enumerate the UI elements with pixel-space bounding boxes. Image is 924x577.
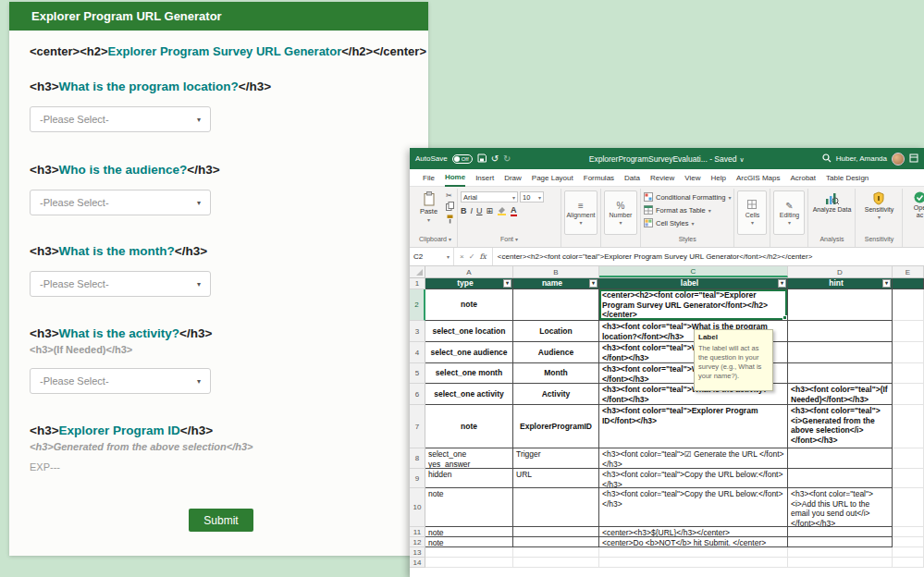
- menu-tab-data[interactable]: Data: [624, 169, 640, 187]
- menu-tab-draw[interactable]: Draw: [504, 169, 522, 187]
- copy-icon[interactable]: [446, 202, 454, 213]
- menu-tab-review[interactable]: Review: [650, 169, 674, 187]
- column-header-a[interactable]: A: [425, 266, 513, 277]
- cell-type[interactable]: note: [425, 405, 513, 448]
- cell-type[interactable]: note: [425, 537, 513, 547]
- cell-type[interactable]: hidden: [425, 469, 513, 488]
- header-cell-extra[interactable]: [893, 278, 924, 289]
- cell-type[interactable]: select_one month: [425, 363, 513, 384]
- row-header[interactable]: 3: [410, 321, 425, 342]
- row-header[interactable]: 2: [410, 289, 425, 321]
- cell-name[interactable]: [513, 558, 599, 568]
- cell-hint[interactable]: [788, 469, 893, 488]
- italic-button[interactable]: I: [471, 207, 474, 215]
- filter-icon[interactable]: ▾: [882, 279, 891, 288]
- cell-styles-button[interactable]: Cell Styles ▾: [644, 216, 731, 229]
- format-as-table-button[interactable]: Format as Table ▾: [644, 203, 731, 216]
- activity-select[interactable]: -Please Select- ▾: [30, 368, 211, 394]
- cell-label[interactable]: [599, 547, 788, 558]
- font-size-select[interactable]: 10▾: [520, 191, 544, 203]
- cell-hint[interactable]: [788, 547, 893, 558]
- cell-name[interactable]: Location: [513, 321, 599, 342]
- cell-label[interactable]: <h3><font color="teal">Copy the URL belo…: [599, 488, 788, 527]
- cell-hint[interactable]: [788, 342, 893, 363]
- cell-name[interactable]: [513, 488, 599, 527]
- row-header[interactable]: 11: [410, 527, 425, 537]
- submit-button[interactable]: Submit: [189, 509, 253, 532]
- cell-name[interactable]: [513, 289, 599, 321]
- cell-name[interactable]: [513, 547, 599, 558]
- row-header[interactable]: 12: [410, 537, 425, 547]
- cell-hint[interactable]: <h3><font color="teal"><i>Generated from…: [788, 405, 893, 448]
- cell-extra[interactable]: [893, 469, 924, 488]
- paste-button[interactable]: Paste ▾: [416, 190, 441, 223]
- cell-label[interactable]: <h3><font color="teal">☑ Generate the UR…: [599, 448, 788, 469]
- cell-name[interactable]: Audience: [513, 342, 599, 363]
- cell-type[interactable]: [425, 547, 513, 558]
- ribbon-display-options-icon[interactable]: [909, 153, 918, 165]
- menu-tab-formulas[interactable]: Formulas: [584, 169, 614, 187]
- cut-icon[interactable]: ✂: [446, 192, 454, 200]
- cell-name[interactable]: Activity: [513, 384, 599, 405]
- cell-extra[interactable]: [893, 558, 924, 568]
- redo-icon[interactable]: ↻: [503, 154, 511, 164]
- clipboard-group-label[interactable]: Clipboard ▾: [416, 236, 454, 247]
- row-header[interactable]: 14: [410, 558, 425, 568]
- cells-group-button[interactable]: Cells ▾: [737, 190, 767, 235]
- row-header[interactable]: 9: [410, 469, 425, 488]
- menu-tab-insert[interactable]: Insert: [475, 169, 494, 187]
- menu-tab-page-layout[interactable]: Page Layout: [532, 169, 573, 187]
- document-title[interactable]: ExplorerProgramSurveyEvaluati... - Saved…: [515, 154, 817, 164]
- cell-label[interactable]: [599, 558, 788, 568]
- header-cell-label[interactable]: label▾: [599, 278, 788, 289]
- conditional-formatting-button[interactable]: Conditional Formatting ▾: [644, 190, 731, 203]
- column-header-d[interactable]: D: [788, 266, 893, 277]
- user-avatar[interactable]: [892, 153, 905, 166]
- column-header-e[interactable]: E: [893, 266, 924, 277]
- cell-name[interactable]: ExplorerProgramID: [513, 405, 599, 448]
- header-cell-hint[interactable]: hint▾: [788, 278, 893, 289]
- cell-type[interactable]: select_one audience: [425, 342, 513, 363]
- menu-tab-help[interactable]: Help: [710, 169, 725, 187]
- cancel-icon[interactable]: ×: [460, 252, 464, 261]
- row-header[interactable]: 1: [410, 278, 425, 289]
- filter-icon[interactable]: ▾: [589, 279, 598, 288]
- font-name-select[interactable]: Arial▾: [461, 191, 518, 203]
- filter-icon[interactable]: ▾: [503, 279, 511, 288]
- undo-icon[interactable]: ↺: [491, 154, 499, 164]
- cell-hint[interactable]: [788, 363, 893, 384]
- cell-hint[interactable]: [788, 321, 893, 342]
- fill-color-button[interactable]: [497, 205, 507, 217]
- menu-tab-file[interactable]: File: [423, 169, 435, 187]
- cell-extra[interactable]: [893, 547, 924, 558]
- cell-hint[interactable]: [788, 448, 893, 469]
- insert-function-icon[interactable]: fx: [479, 252, 486, 261]
- name-box[interactable]: C2 ▾: [410, 248, 454, 265]
- cell-name[interactable]: Trigger: [513, 448, 599, 469]
- cell-label[interactable]: <center>Do <b>NOT</b> hit Submit. </cent…: [599, 537, 788, 547]
- menu-tab-view[interactable]: View: [684, 169, 700, 187]
- menu-tab-table-design[interactable]: Table Design: [826, 169, 869, 187]
- cell-type[interactable]: select_one location: [425, 321, 513, 342]
- underline-button[interactable]: U: [476, 207, 483, 215]
- menu-tab-arcgis-maps[interactable]: ArcGIS Maps: [736, 169, 781, 187]
- row-header[interactable]: 10: [410, 488, 425, 527]
- row-header[interactable]: 8: [410, 448, 425, 469]
- font-group-label[interactable]: Font ▾: [461, 236, 558, 247]
- alignment-group-button[interactable]: ≡ Alignment ▾: [564, 190, 598, 235]
- format-painter-icon[interactable]: [446, 215, 454, 226]
- sensitivity-button[interactable]: Sensitivity ▾: [858, 190, 899, 220]
- cell-extra[interactable]: [893, 289, 924, 321]
- cell-type[interactable]: note: [425, 289, 513, 321]
- cell-label[interactable]: <h3><font color="teal">Copy the URL belo…: [599, 469, 788, 488]
- cell-label[interactable]: <h3><font color="teal">Explorer Program …: [599, 405, 788, 448]
- cell-name[interactable]: URL: [513, 469, 599, 488]
- cell-type[interactable]: select_one yes_answer: [425, 448, 513, 469]
- cell-extra[interactable]: [893, 363, 924, 384]
- audience-select[interactable]: -Please Select- ▾: [30, 190, 211, 215]
- row-header[interactable]: 13: [410, 547, 425, 558]
- select-all-corner[interactable]: [410, 266, 425, 277]
- cell-extra[interactable]: [893, 405, 924, 448]
- cell-type[interactable]: note: [425, 488, 513, 527]
- cell-name[interactable]: [513, 527, 599, 537]
